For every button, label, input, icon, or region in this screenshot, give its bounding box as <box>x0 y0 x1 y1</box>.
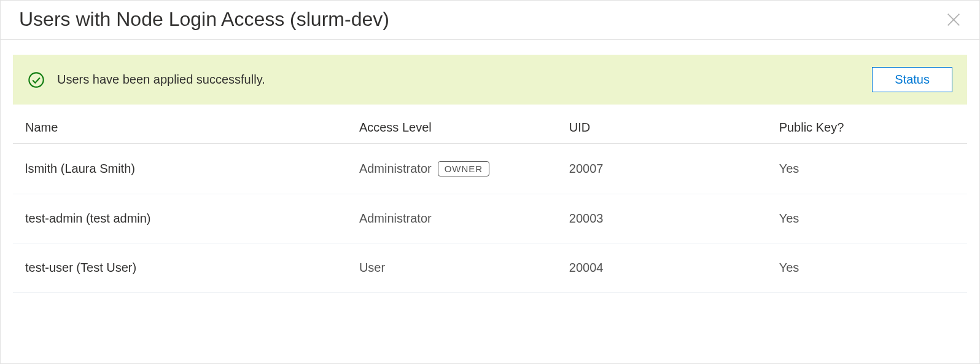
table-row[interactable]: lsmith (Laura Smith)AdministratorOWNER20… <box>13 144 967 194</box>
cell-name: test-admin (test admin) <box>13 194 347 243</box>
cell-public-key: Yes <box>767 243 967 293</box>
cell-uid: 20003 <box>557 194 767 243</box>
checkmark-circle-icon <box>28 71 45 89</box>
notification-content: Users have been applied successfully. <box>28 71 265 89</box>
column-header-name[interactable]: Name <box>13 109 347 144</box>
dialog-title: Users with Node Login Access (slurm-dev) <box>19 8 389 31</box>
cell-public-key: Yes <box>767 194 967 243</box>
success-notification: Users have been applied successfully. St… <box>13 55 967 105</box>
users-table: Name Access Level UID Public Key? lsmith… <box>13 109 967 293</box>
cell-access-level: AdministratorOWNER <box>347 144 557 194</box>
users-dialog: Users with Node Login Access (slurm-dev)… <box>0 0 980 364</box>
dialog-header: Users with Node Login Access (slurm-dev) <box>1 1 979 40</box>
svg-point-2 <box>29 73 43 87</box>
cell-uid: 20007 <box>557 144 767 194</box>
notification-message: Users have been applied successfully. <box>57 73 265 87</box>
close-icon <box>945 11 962 28</box>
cell-name: lsmith (Laura Smith) <box>13 144 347 194</box>
access-level-text: Administrator <box>359 162 432 176</box>
access-level-text: User <box>359 261 385 275</box>
table-row[interactable]: test-admin (test admin)Administrator2000… <box>13 194 967 243</box>
owner-badge: OWNER <box>438 161 490 176</box>
table-header-row: Name Access Level UID Public Key? <box>13 109 967 144</box>
access-level-text: Administrator <box>359 212 432 226</box>
column-header-access-level[interactable]: Access Level <box>347 109 557 144</box>
column-header-uid[interactable]: UID <box>557 109 767 144</box>
status-button[interactable]: Status <box>872 67 952 92</box>
table-row[interactable]: test-user (Test User)User20004Yes <box>13 243 967 293</box>
cell-uid: 20004 <box>557 243 767 293</box>
cell-access-level: User <box>347 243 557 293</box>
cell-name: test-user (Test User) <box>13 243 347 293</box>
close-button[interactable] <box>943 9 965 31</box>
cell-public-key: Yes <box>767 144 967 194</box>
column-header-public-key[interactable]: Public Key? <box>767 109 967 144</box>
cell-access-level: Administrator <box>347 194 557 243</box>
dialog-body: Users have been applied successfully. St… <box>1 40 979 307</box>
